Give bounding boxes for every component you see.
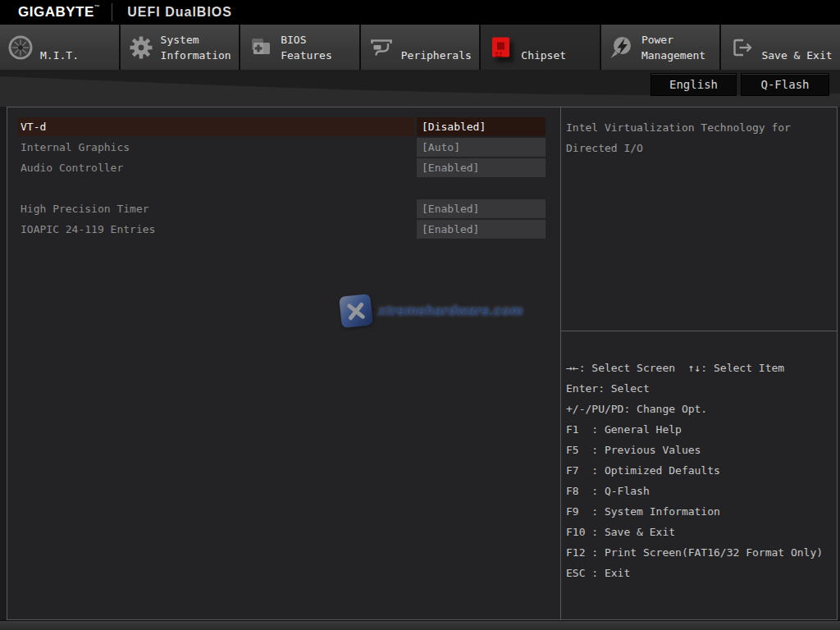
lightning-icon (609, 35, 634, 60)
tab-chipset[interactable]: Chipset (481, 25, 600, 70)
tab-label: BIOSFeatures (281, 32, 332, 63)
tab-bar: M.I.T. SystemInformation (0, 25, 840, 70)
setting-row-internal-graphics[interactable]: Internal Graphics [Auto] (18, 138, 546, 157)
legend-line: F12 : Print Screen(FAT16/32 Format Only) (566, 542, 833, 563)
bottom-strip (0, 620, 840, 630)
legend-line: F5 : Previous Values (566, 440, 833, 460)
setting-row-high-precision-timer[interactable]: High Precision Timer [Enabled] (18, 199, 546, 218)
help-panel: Intel Virtualization Technology for Dire… (560, 107, 837, 619)
tab-power-management[interactable]: PowerManagement (601, 25, 720, 70)
row-spacer (18, 179, 546, 199)
setting-label: Internal Graphics (18, 138, 414, 157)
tab-bios-features[interactable]: BIOSFeatures (240, 25, 359, 70)
page-title: UEFI DualBIOS (127, 5, 232, 20)
legend-line: →←: Select Screen ↑↓: Select Item (566, 358, 833, 378)
tab-system-information[interactable]: SystemInformation (121, 25, 240, 70)
tab-label: M.I.T. (40, 32, 79, 63)
legend-line: F9 : System Information (566, 501, 833, 522)
content-panels: VT-d [Disabled] Internal Graphics [Auto]… (7, 107, 838, 620)
settings-panel: VT-d [Disabled] Internal Graphics [Auto]… (7, 107, 560, 619)
legend-line: +/-/PU/PD: Change Opt. (566, 399, 833, 419)
top-bar: GIGABYTE™ UEFI DualBIOS (0, 0, 840, 25)
tab-mit[interactable]: M.I.T. (0, 25, 119, 70)
tab-label: SystemInformation (161, 32, 231, 63)
setting-label: Audio Controller (18, 158, 414, 177)
setting-value[interactable]: [Enabled] (417, 220, 546, 239)
gigabyte-logo: GIGABYTE™ (18, 4, 100, 21)
chipset-icon (489, 35, 514, 60)
gear-icon (129, 35, 153, 60)
bios-plus-icon (249, 35, 273, 60)
header-divider (112, 3, 112, 21)
setting-row-audio-controller[interactable]: Audio Controller [Enabled] (18, 158, 546, 177)
trademark-symbol: ™ (94, 4, 101, 10)
help-line: Directed I/O (566, 138, 830, 158)
tab-label: Peripherals (401, 32, 472, 63)
tab-label: PowerManagement (641, 32, 705, 63)
tab-save-exit[interactable]: Save & Exit (721, 25, 840, 70)
setting-value[interactable]: [Disabled] (417, 117, 546, 136)
tab-label: Save & Exit (761, 32, 832, 63)
setting-value[interactable]: [Auto] (417, 138, 546, 157)
legend-line: F1 : General Help (566, 419, 833, 440)
qflash-button[interactable]: Q-Flash (741, 73, 829, 96)
setting-value[interactable]: [Enabled] (417, 199, 546, 218)
setting-label: VT-d (18, 117, 414, 136)
legend-line: F7 : Optimized Defaults (566, 460, 833, 481)
legend-line: ESC : Exit (566, 563, 833, 583)
setting-value[interactable]: [Enabled] (417, 158, 546, 177)
item-help-text: Intel Virtualization Technology for Dire… (561, 107, 837, 331)
legend-line: F8 : Q-Flash (566, 481, 833, 501)
setting-row-vtd[interactable]: VT-d [Disabled] (18, 117, 546, 136)
language-button[interactable]: English (651, 73, 737, 96)
decor-band: English Q-Flash (0, 70, 840, 107)
gauge-icon (8, 35, 33, 60)
tab-peripherals[interactable]: Peripherals (361, 25, 480, 70)
peripherals-icon (369, 35, 394, 60)
brand-text: GIGABYTE (18, 4, 94, 20)
setting-row-ioapic[interactable]: IOAPIC 24-119 Entries [Enabled] (18, 220, 546, 239)
legend-line: F10 : Save & Exit (566, 522, 833, 542)
tab-label: Chipset (521, 32, 566, 63)
legend-line: Enter: Select (566, 378, 833, 399)
key-legend: →←: Select Screen ↑↓: Select Item Enter:… (561, 331, 837, 619)
setting-label: High Precision Timer (18, 199, 414, 218)
help-line: Intel Virtualization Technology for (566, 117, 830, 138)
exit-door-icon (729, 35, 754, 60)
setting-label: IOAPIC 24-119 Entries (18, 220, 414, 239)
